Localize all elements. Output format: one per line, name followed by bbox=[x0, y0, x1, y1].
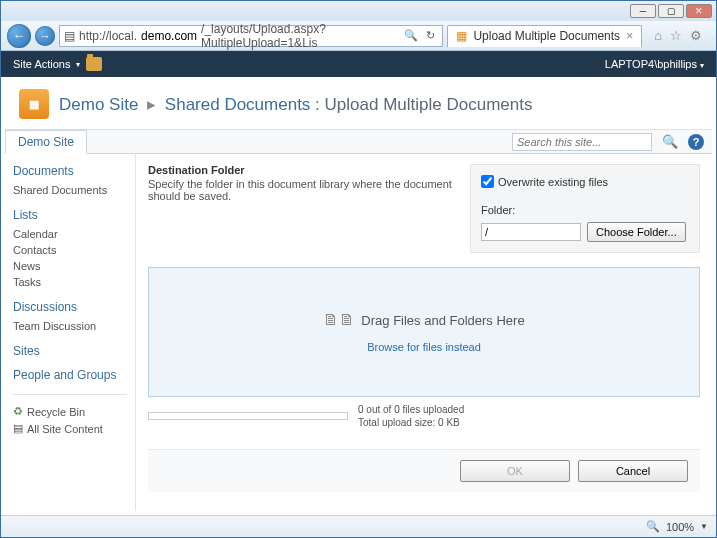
window-close-button[interactable]: ✕ bbox=[686, 4, 712, 18]
dropzone-text: Drag Files and Folders Here bbox=[361, 313, 524, 328]
upload-progress: 0 out of 0 files uploaded Total upload s… bbox=[148, 403, 700, 429]
overwrite-label: Overwrite existing files bbox=[498, 176, 608, 188]
zoom-chevron-icon[interactable]: ▼ bbox=[700, 522, 708, 531]
address-bar[interactable]: ▤ http://local.demo.com/_layouts/Upload.… bbox=[59, 25, 443, 47]
progress-bar bbox=[148, 412, 348, 420]
home-icon[interactable]: ⌂ bbox=[654, 28, 662, 43]
overwrite-checkbox[interactable] bbox=[481, 175, 494, 188]
search-url-icon[interactable]: 🔍 bbox=[403, 28, 419, 44]
destination-folder-description: Specify the folder in this document libr… bbox=[148, 178, 452, 202]
dialog-button-row: OK Cancel bbox=[148, 449, 700, 492]
recycle-bin-link[interactable]: ♻ Recycle Bin bbox=[13, 403, 127, 420]
help-icon[interactable]: ? bbox=[688, 134, 704, 150]
site-logo-icon: ▦ bbox=[19, 89, 49, 119]
user-label: LAPTOP4\bphillips bbox=[605, 58, 697, 70]
nav-link[interactable]: Contacts bbox=[13, 242, 127, 258]
user-menu[interactable]: LAPTOP4\bphillips ▾ bbox=[605, 58, 704, 70]
forward-button[interactable]: → bbox=[35, 26, 55, 46]
site-actions-label: Site Actions bbox=[13, 58, 70, 70]
choose-folder-button[interactable]: Choose Folder... bbox=[587, 222, 686, 242]
recycle-bin-label: Recycle Bin bbox=[27, 406, 85, 418]
options-panel: Overwrite existing files Folder: Choose … bbox=[470, 164, 700, 253]
breadcrumb-site-link[interactable]: Demo Site bbox=[59, 95, 138, 114]
browser-toolbar: ← → ▤ http://local.demo.com/_layouts/Upl… bbox=[1, 21, 716, 51]
folder-path-input[interactable] bbox=[481, 223, 581, 241]
nav-link[interactable]: Tasks bbox=[13, 274, 127, 290]
page-title: Upload Multiple Documents bbox=[325, 95, 533, 114]
nav-link[interactable]: News bbox=[13, 258, 127, 274]
left-navigation: Documents Shared Documents Lists Calenda… bbox=[5, 154, 135, 511]
ok-button[interactable]: OK bbox=[460, 460, 570, 482]
url-prefix: http://local. bbox=[79, 29, 137, 43]
nav-link[interactable]: Calendar bbox=[13, 226, 127, 242]
url-suffix: /_layouts/Upload.aspx?MultipleUpload=1&L… bbox=[201, 22, 395, 50]
search-icon[interactable]: 🔍 bbox=[658, 134, 682, 149]
nav-link[interactable]: Shared Documents bbox=[13, 182, 127, 198]
browse-files-link[interactable]: Browse for files instead bbox=[367, 341, 481, 353]
zoom-value: 100% bbox=[666, 521, 694, 533]
zoom-icon[interactable]: 🔍 bbox=[646, 520, 660, 533]
url-domain: demo.com bbox=[141, 29, 197, 43]
nav-link[interactable]: Team Discussion bbox=[13, 318, 127, 334]
breadcrumb-colon: : bbox=[315, 95, 324, 114]
destination-folder-heading: Destination Folder bbox=[148, 164, 452, 176]
tools-icon[interactable]: ⚙ bbox=[690, 28, 702, 43]
progress-size-text: Total upload size: 0 KB bbox=[358, 416, 464, 429]
all-content-icon: ▤ bbox=[13, 422, 23, 435]
tab-favicon: ▦ bbox=[456, 29, 467, 43]
files-icon: 🗎🗎 bbox=[323, 311, 355, 329]
browser-tab[interactable]: ▦ Upload Multiple Documents × bbox=[447, 25, 642, 47]
breadcrumb: ▦ Demo Site ▸ Shared Documents : Upload … bbox=[5, 77, 712, 130]
cancel-button[interactable]: Cancel bbox=[578, 460, 688, 482]
tab-close-icon[interactable]: × bbox=[626, 29, 633, 43]
recycle-bin-icon: ♻ bbox=[13, 405, 23, 418]
chevron-down-icon: ▾ bbox=[76, 60, 80, 69]
all-site-content-link[interactable]: ▤ All Site Content bbox=[13, 420, 127, 437]
window-minimize-button[interactable]: ─ bbox=[630, 4, 656, 18]
progress-count-text: 0 out of 0 files uploaded bbox=[358, 403, 464, 416]
top-nav-tab[interactable]: Demo Site bbox=[5, 130, 87, 154]
nav-heading-sites[interactable]: Sites bbox=[13, 344, 127, 358]
search-input[interactable] bbox=[512, 133, 652, 151]
back-button[interactable]: ← bbox=[7, 24, 31, 48]
folder-label: Folder: bbox=[481, 204, 689, 216]
all-content-label: All Site Content bbox=[27, 423, 103, 435]
chevron-down-icon: ▾ bbox=[700, 61, 704, 70]
browser-status-bar: 🔍 100% ▼ bbox=[1, 515, 716, 537]
file-dropzone[interactable]: 🗎🗎 Drag Files and Folders Here Browse fo… bbox=[148, 267, 700, 397]
favorites-icon[interactable]: ☆ bbox=[670, 28, 682, 43]
window-title-bar: ─ ▢ ✕ bbox=[1, 1, 716, 21]
ribbon-bar: Site Actions ▾ LAPTOP4\bphillips ▾ bbox=[1, 51, 716, 77]
page-favicon: ▤ bbox=[64, 29, 75, 43]
nav-heading-lists[interactable]: Lists bbox=[13, 208, 127, 222]
breadcrumb-library-link[interactable]: Shared Documents bbox=[165, 95, 311, 114]
refresh-icon[interactable]: ↻ bbox=[422, 28, 438, 44]
nav-heading-people[interactable]: People and Groups bbox=[13, 368, 127, 382]
window-maximize-button[interactable]: ▢ bbox=[658, 4, 684, 18]
breadcrumb-separator-icon: ▸ bbox=[143, 95, 160, 114]
site-actions-menu[interactable]: Site Actions ▾ bbox=[13, 57, 102, 71]
nav-heading-discussions[interactable]: Discussions bbox=[13, 300, 127, 314]
tab-title: Upload Multiple Documents bbox=[473, 29, 620, 43]
nav-heading-documents[interactable]: Documents bbox=[13, 164, 127, 178]
navigate-up-icon[interactable] bbox=[86, 57, 102, 71]
